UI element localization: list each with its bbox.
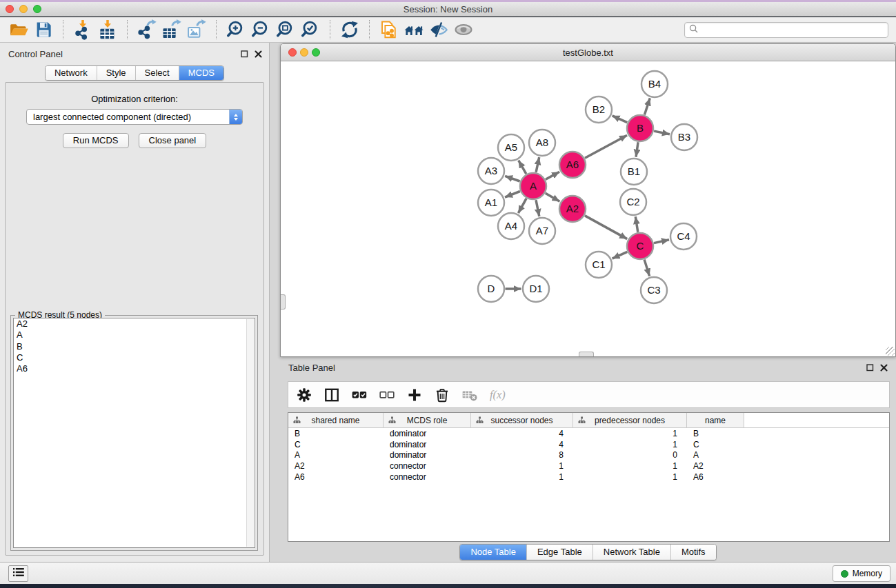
graph-node-C3[interactable]: C3 — [641, 277, 667, 303]
close-panel-button[interactable]: Close panel — [139, 133, 207, 148]
graph-edge-A2-C[interactable] — [585, 216, 627, 239]
graph-edge-C-C1[interactable] — [613, 252, 628, 258]
tab-motifs[interactable]: Motifs — [670, 545, 716, 560]
graph-edge-B-B2[interactable] — [613, 116, 628, 123]
create-column-icon[interactable] — [406, 386, 423, 403]
column-header-MCDS-role[interactable]: MCDS role — [384, 413, 471, 427]
result-item[interactable]: A2 — [14, 318, 255, 330]
column-header-shared-name[interactable]: shared name — [288, 413, 384, 427]
table-row[interactable]: A2connector11A2 — [288, 460, 889, 472]
tab-node-table[interactable]: Node Table — [460, 545, 526, 560]
graph-edge-A-A6[interactable] — [546, 172, 559, 179]
graph-node-D[interactable]: D — [478, 276, 504, 302]
graph-node-A[interactable]: A — [520, 173, 546, 199]
refresh-view-icon[interactable] — [337, 19, 362, 41]
export-table-icon[interactable] — [159, 19, 184, 41]
graph-node-A2[interactable]: A2 — [559, 196, 586, 222]
graph-edge-A-A4[interactable] — [518, 199, 526, 213]
graph-node-A5[interactable]: A5 — [498, 134, 524, 161]
graph-edge-B-B1[interactable] — [636, 142, 638, 156]
mcds-result-list[interactable]: A2ABCA6 — [13, 318, 255, 548]
table-row[interactable]: Cdominator41C — [288, 439, 889, 450]
graph-node-A8[interactable]: A8 — [529, 130, 555, 156]
graph-node-B4[interactable]: B4 — [641, 71, 668, 97]
float-panel-icon[interactable] — [239, 49, 250, 59]
split-panel-icon[interactable] — [323, 386, 340, 403]
optimization-criterion-select[interactable]: largest connected component (directed) — [26, 109, 243, 125]
network-document-icon[interactable] — [377, 19, 401, 41]
table-settings-icon[interactable] — [295, 386, 312, 403]
bottom-splitter-handle[interactable] — [579, 352, 594, 356]
delete-columns-icon[interactable] — [433, 386, 450, 403]
graph-node-A1[interactable]: A1 — [478, 190, 504, 216]
graph-edge-A-A5[interactable] — [519, 161, 526, 174]
column-header-predecessor-nodes[interactable]: predecessor nodes — [573, 413, 687, 427]
left-splitter-handle[interactable] — [281, 294, 286, 310]
graph-edge-B-B3[interactable] — [654, 131, 670, 134]
graph-node-A3[interactable]: A3 — [478, 158, 504, 184]
run-mcds-button[interactable]: Run MCDS — [63, 133, 129, 148]
tab-style[interactable]: Style — [97, 66, 135, 80]
graph-edge-C-C3[interactable] — [644, 260, 650, 276]
home-view-icon[interactable] — [401, 19, 426, 41]
search-box[interactable] — [684, 22, 888, 38]
zoom-fit-icon[interactable] — [273, 19, 298, 41]
network-graph[interactable]: B4B2BB3A8A5A6A3B1AA1C2A2A4A7C4CC1C3DD1 — [281, 62, 895, 356]
graph-edge-A6-B[interactable] — [585, 135, 627, 158]
graph-edge-A-A1[interactable] — [505, 192, 520, 198]
graph-node-A6[interactable]: A6 — [559, 152, 586, 178]
table-row[interactable]: Bdominator41B — [288, 428, 889, 439]
table-row[interactable]: Adominator80A — [288, 450, 889, 461]
column-header-successor-nodes[interactable]: successor nodes — [471, 413, 573, 427]
search-input[interactable] — [698, 23, 888, 37]
open-session-icon[interactable] — [6, 19, 31, 41]
export-network-icon[interactable] — [135, 19, 159, 41]
graph-node-B[interactable]: B — [627, 115, 653, 141]
unselect-all-columns-icon[interactable] — [378, 386, 395, 403]
zoom-in-icon[interactable] — [223, 19, 248, 41]
select-all-columns-icon[interactable] — [350, 386, 368, 403]
zoom-selected-icon[interactable] — [298, 19, 323, 41]
result-item[interactable]: C — [14, 352, 255, 363]
graph-node-B3[interactable]: B3 — [671, 124, 697, 150]
task-history-button[interactable] — [8, 565, 28, 582]
show-graphics-details-icon[interactable] — [451, 19, 476, 41]
graph-node-A7[interactable]: A7 — [529, 218, 555, 244]
tab-network-table[interactable]: Network Table — [593, 545, 670, 560]
import-table-icon[interactable] — [95, 19, 120, 41]
graph-edge-C-C2[interactable] — [635, 216, 638, 232]
delete-table-icon[interactable] — [461, 386, 478, 403]
table-row[interactable]: A6connector11A6 — [288, 472, 889, 483]
result-item[interactable]: B — [14, 341, 255, 352]
graph-edge-A-A8[interactable] — [536, 157, 539, 172]
close-table-panel-icon[interactable] — [878, 363, 889, 372]
graph-node-D1[interactable]: D1 — [523, 276, 549, 302]
result-item[interactable]: A6 — [14, 363, 255, 374]
graph-edge-A-A3[interactable] — [505, 176, 520, 181]
hide-graphics-details-icon[interactable] — [426, 19, 451, 41]
graph-edge-A-A7[interactable] — [536, 200, 539, 216]
network-canvas[interactable]: B4B2BB3A8A5A6A3B1AA1C2A2A4A7C4CC1C3DD1 — [281, 62, 895, 356]
graph-node-B2[interactable]: B2 — [586, 97, 612, 123]
tab-select[interactable]: Select — [135, 66, 179, 80]
graph-edge-A-A2[interactable] — [546, 193, 560, 201]
export-image-icon[interactable] — [184, 19, 209, 41]
network-window-titlebar[interactable]: testGlobe.txt — [281, 44, 895, 61]
resize-grip-icon[interactable] — [886, 347, 895, 356]
result-item[interactable]: A — [14, 330, 255, 341]
memory-button[interactable]: Memory — [833, 565, 890, 582]
zoom-out-icon[interactable] — [248, 19, 273, 41]
import-network-icon[interactable] — [70, 19, 95, 41]
graph-edge-B-B4[interactable] — [644, 98, 650, 114]
tab-edge-table[interactable]: Edge Table — [526, 545, 593, 560]
close-panel-icon[interactable] — [252, 49, 263, 59]
column-header-name[interactable]: name — [687, 413, 744, 427]
result-scrollbar[interactable] — [246, 319, 254, 547]
float-table-panel-icon[interactable] — [864, 363, 875, 372]
graph-node-C[interactable]: C — [627, 233, 653, 259]
tab-mcds[interactable]: MCDS — [179, 66, 223, 80]
graph-node-C1[interactable]: C1 — [586, 252, 612, 278]
graph-edge-C-C4[interactable] — [654, 240, 669, 243]
graph-node-C2[interactable]: C2 — [620, 189, 646, 215]
save-session-icon[interactable] — [31, 19, 56, 41]
